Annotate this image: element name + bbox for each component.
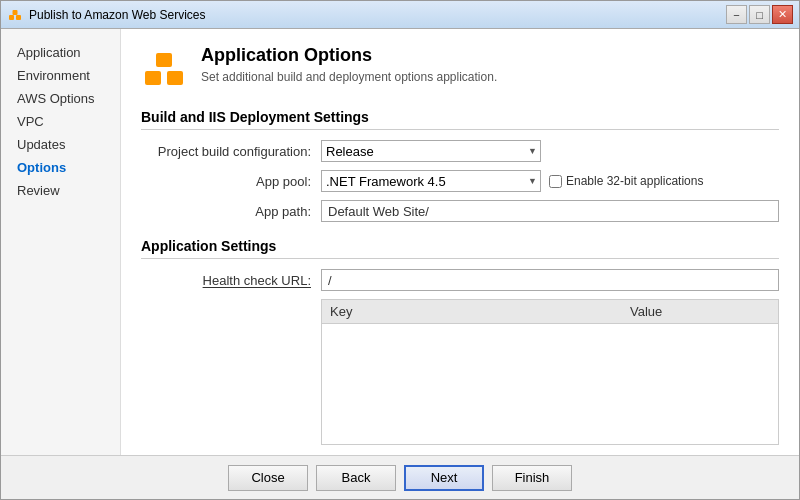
header-area: Application Options Set additional build… (141, 45, 779, 93)
key-column-header: Key (322, 300, 622, 323)
svg-rect-2 (13, 10, 18, 15)
svg-rect-5 (156, 53, 172, 67)
svg-rect-4 (167, 71, 183, 85)
project-build-select[interactable]: Release Debug (321, 140, 541, 162)
sidebar-item-updates[interactable]: Updates (1, 133, 120, 156)
app-pool-select-wrapper: .NET Framework 4.5 .NET Framework 4.0 .N… (321, 170, 541, 192)
sidebar-item-environment[interactable]: Environment (1, 64, 120, 87)
key-value-table: Key Value (321, 299, 779, 445)
app-path-label: App path: (141, 204, 321, 219)
build-section: Build and IIS Deployment Settings Projec… (141, 109, 779, 230)
svg-rect-0 (9, 15, 14, 20)
sidebar-item-review[interactable]: Review (1, 179, 120, 202)
main-window: Publish to Amazon Web Services − □ ✕ App… (0, 0, 800, 500)
project-build-controls: Release Debug (321, 140, 779, 162)
enable-32bit-text: Enable 32-bit applications (566, 174, 703, 188)
table-header: Key Value (322, 300, 778, 324)
window-title: Publish to Amazon Web Services (29, 8, 726, 22)
health-check-input[interactable] (321, 269, 779, 291)
page-subtitle: Set additional build and deployment opti… (201, 70, 497, 84)
enable-32bit-label[interactable]: Enable 32-bit applications (549, 174, 703, 188)
app-pool-controls: .NET Framework 4.5 .NET Framework 4.0 .N… (321, 170, 779, 192)
page-title: Application Options (201, 45, 497, 66)
maximize-button[interactable]: □ (749, 5, 770, 24)
sidebar-item-options[interactable]: Options (1, 156, 120, 179)
app-pool-row: App pool: .NET Framework 4.5 .NET Framew… (141, 170, 779, 192)
close-window-button[interactable]: ✕ (772, 5, 793, 24)
window-controls: − □ ✕ (726, 5, 793, 24)
app-settings-section: Application Settings Health check URL: K… (141, 238, 779, 445)
table-body (322, 324, 778, 444)
health-check-label: Health check URL: (141, 273, 321, 288)
bottom-bar: Close Back Next Finish (1, 455, 799, 499)
window-body: Application Environment AWS Options VPC … (1, 29, 799, 455)
sidebar-item-aws-options[interactable]: AWS Options (1, 87, 120, 110)
finish-button[interactable]: Finish (492, 465, 572, 491)
app-pool-select[interactable]: .NET Framework 4.5 .NET Framework 4.0 .N… (321, 170, 541, 192)
enable-32bit-checkbox[interactable] (549, 175, 562, 188)
health-check-row: Health check URL: (141, 269, 779, 291)
window-icon (7, 7, 23, 23)
project-build-select-wrapper: Release Debug (321, 140, 541, 162)
app-path-input[interactable] (321, 200, 779, 222)
health-check-controls (321, 269, 779, 291)
next-button[interactable]: Next (404, 465, 484, 491)
minimize-button[interactable]: − (726, 5, 747, 24)
app-path-row: App path: (141, 200, 779, 222)
app-pool-label: App pool: (141, 174, 321, 189)
back-button[interactable]: Back (316, 465, 396, 491)
project-build-row: Project build configuration: Release Deb… (141, 140, 779, 162)
svg-rect-3 (145, 71, 161, 85)
value-column-header: Value (622, 300, 670, 323)
aws-logo-icon (141, 45, 189, 93)
title-bar: Publish to Amazon Web Services − □ ✕ (1, 1, 799, 29)
sidebar-item-application[interactable]: Application (1, 41, 120, 64)
close-button[interactable]: Close (228, 465, 308, 491)
sidebar-item-vpc[interactable]: VPC (1, 110, 120, 133)
svg-rect-1 (16, 15, 21, 20)
project-build-label: Project build configuration: (141, 144, 321, 159)
app-path-controls (321, 200, 779, 222)
header-text: Application Options Set additional build… (201, 45, 497, 84)
build-section-title: Build and IIS Deployment Settings (141, 109, 779, 130)
sidebar: Application Environment AWS Options VPC … (1, 29, 121, 455)
main-content: Application Options Set additional build… (121, 29, 799, 455)
app-settings-title: Application Settings (141, 238, 779, 259)
